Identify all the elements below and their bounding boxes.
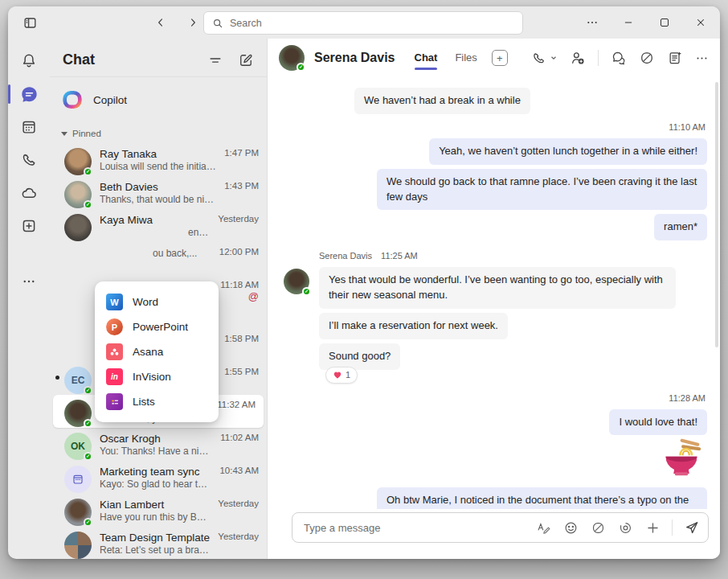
message-bubble[interactable]: I would love that!: [609, 409, 707, 436]
more-options-button[interactable]: [695, 51, 709, 65]
format-button[interactable]: [535, 519, 551, 536]
notes-button[interactable]: [667, 50, 683, 66]
rail-chat[interactable]: [11, 80, 47, 109]
add-people-button[interactable]: [570, 50, 586, 66]
message-bubble[interactable]: Yeah, we haven’t gotten lunch together i…: [429, 138, 707, 165]
avatar: ✓: [284, 269, 309, 294]
rail-onedrive[interactable]: [11, 179, 47, 207]
phone-icon: [20, 151, 38, 169]
tab-chat[interactable]: Chat: [408, 45, 444, 72]
rail-calls[interactable]: [11, 146, 47, 175]
pinned-section-toggle[interactable]: Pinned: [50, 117, 267, 143]
forward-button[interactable]: [183, 13, 202, 32]
avatar: ✓: [64, 148, 92, 175]
list-item[interactable]: ✓ Beth DaviesThanks, that would be nice.…: [50, 176, 267, 209]
list-item[interactable]: Marketing team syncKayo: So glad to hear…: [50, 461, 267, 494]
copilot-icon: [639, 50, 655, 66]
list-item[interactable]: Team Design TemplateReta: Let’s set up a…: [50, 527, 267, 559]
list-item[interactable]: OK ✓ Oscar KroghYou: Thanks! Have a nice…: [50, 428, 267, 461]
message-bubble[interactable]: We haven’t had a break in a while: [354, 88, 530, 114]
close-button[interactable]: [693, 14, 709, 31]
search-input[interactable]: [230, 18, 514, 29]
titlebar: [8, 6, 720, 39]
send-button[interactable]: [684, 519, 700, 536]
calendar-icon: [72, 473, 84, 486]
conversation-tabs: Chat Files +: [408, 45, 508, 72]
loop-button[interactable]: [617, 519, 633, 536]
message-group: ✓ Yes that would be wonderful. I’ve been…: [284, 263, 707, 384]
emoji-button[interactable]: [562, 519, 579, 536]
list-item[interactable]: Kaya Miwaent on Th... Yesterday: [50, 209, 267, 242]
titlebar-more-icon[interactable]: [584, 14, 600, 31]
powerpoint-icon: P: [106, 318, 123, 335]
apps-plus-icon: [20, 217, 38, 235]
rail-activity[interactable]: [11, 47, 47, 76]
message-bubble[interactable]: Sound good?: [319, 343, 400, 370]
cloud-icon: [20, 184, 39, 203]
presence-available-icon: ✓: [302, 287, 311, 296]
chat-bubbles-icon: [611, 50, 627, 66]
new-chat-icon[interactable]: [238, 52, 254, 68]
message-bubble[interactable]: We should go back to that ramne place. I…: [377, 169, 707, 211]
mention-at-icon: @: [248, 292, 259, 302]
person-add-icon: [570, 50, 586, 66]
minimize-button[interactable]: [620, 14, 636, 31]
notes-icon: [667, 50, 683, 66]
open-chats-button[interactable]: [611, 50, 627, 66]
message-bubble[interactable]: I’ll make a reservation for next week.: [319, 313, 508, 339]
chevron-down-icon: [61, 132, 67, 136]
copilot-item[interactable]: Copilot: [50, 82, 267, 117]
invision-icon: in: [106, 368, 123, 385]
ellipsis-icon: [695, 51, 709, 65]
add-tab-button[interactable]: +: [492, 50, 508, 66]
copilot-button[interactable]: [590, 519, 606, 536]
tab-files[interactable]: Files: [448, 45, 483, 72]
avatar: [64, 214, 92, 241]
maximize-button[interactable]: [656, 14, 673, 31]
message-list[interactable]: We haven’t had a break in a while 11:10 …: [268, 77, 720, 509]
conversation-avatar[interactable]: ✓: [279, 45, 305, 71]
scrollbar[interactable]: [715, 82, 718, 347]
menu-item-lists[interactable]: Lists: [95, 389, 219, 414]
list-item[interactable]: ✓ Kian LambertHave you run this by Beth?…: [50, 494, 267, 527]
message-bubble[interactable]: ramen*: [654, 214, 707, 240]
word-icon: W: [106, 294, 123, 310]
sent-time: 11:25 AM: [381, 251, 418, 261]
rail-more[interactable]: [11, 267, 47, 296]
chevron-down-icon: [550, 54, 558, 62]
menu-item-invision[interactable]: in InVision: [95, 364, 219, 389]
presence-available-icon: ✓: [84, 200, 92, 209]
message-bubble[interactable]: Oh btw Marie, I noticed in the document …: [377, 487, 707, 509]
timestamp: 11:10 AM: [669, 122, 706, 132]
menu-item-word[interactable]: W Word: [95, 290, 219, 314]
group-avatar: [64, 532, 92, 559]
presence-available-icon: ✓: [84, 452, 92, 461]
call-button[interactable]: [531, 51, 558, 66]
rail-calendar[interactable]: [11, 113, 47, 142]
conversation-header: ✓ Serena Davis Chat Files +: [268, 39, 720, 77]
attach-plus-button[interactable]: [644, 519, 661, 536]
search-bar[interactable]: [203, 11, 523, 35]
message-input-box[interactable]: [292, 512, 709, 543]
active-indicator: [8, 84, 10, 104]
back-button[interactable]: [151, 13, 170, 32]
divider: [672, 519, 673, 536]
copilot-button[interactable]: [639, 50, 655, 66]
avatar: ✓: [64, 499, 92, 526]
message-input[interactable]: [304, 522, 535, 534]
ellipsis-icon: [22, 274, 36, 289]
list-item[interactable]: ✓ Ray TanakaLouisa will send the initial…: [50, 143, 267, 176]
message-bubble[interactable]: Yes that would be wonderful. I’ve been w…: [319, 267, 676, 309]
heart-reaction[interactable]: 1: [325, 367, 358, 384]
menu-item-asana[interactable]: Asana: [95, 339, 219, 364]
composer: [268, 509, 720, 559]
list-item[interactable]: ou back,... 12:00 PM: [50, 242, 267, 275]
rail-apps[interactable]: [11, 211, 47, 240]
conversation-name: Serena Davis: [314, 51, 395, 65]
menu-item-powerpoint[interactable]: P PowerPoint: [95, 314, 219, 339]
message-meta: Serena Davis 11:25 AM: [319, 251, 707, 261]
filter-icon[interactable]: [207, 52, 223, 68]
steaming-bowl-emoji[interactable]: [661, 438, 702, 483]
chat-list-panel: Chat Copilot: [50, 39, 267, 559]
sidebar-toggle-icon[interactable]: [19, 13, 40, 32]
